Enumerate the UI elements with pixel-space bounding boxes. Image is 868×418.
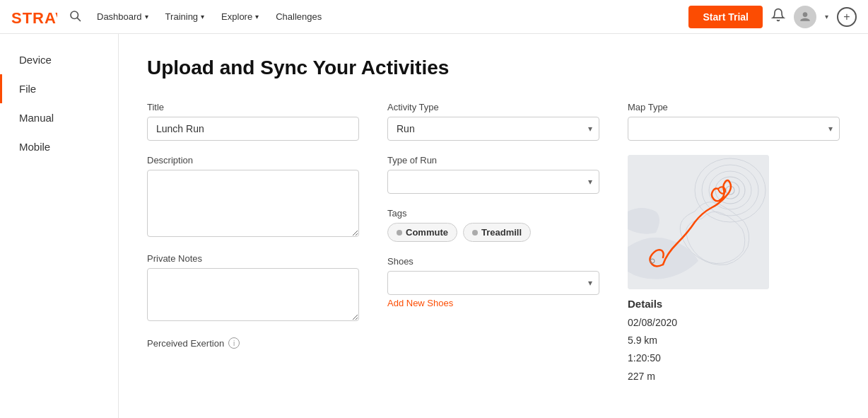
private-notes-textarea[interactable] (147, 268, 359, 321)
tag-treadmill-label: Treadmill (481, 227, 522, 238)
navbar: STRAVA Dashboard ▾ Training ▾ Explore ▾ … (0, 0, 868, 34)
perceived-exertion-row: Perceived Exertion i (147, 337, 359, 349)
perceived-exertion-label: Perceived Exertion (147, 338, 224, 349)
type-of-run-select[interactable]: Race Long Run Workout (387, 170, 599, 194)
activity-type-group: Activity Type Run Ride Swim Walk Hike ▾ (387, 102, 599, 141)
tag-commute-label: Commute (406, 227, 448, 238)
search-icon[interactable] (69, 9, 81, 25)
activity-type-label: Activity Type (387, 102, 599, 112)
title-group: Title (147, 102, 359, 141)
map-type-group: Map Type Standard Satellite ▾ (628, 102, 840, 141)
user-menu-chevron-icon[interactable]: ▾ (825, 13, 828, 21)
type-of-run-select-wrap: Race Long Run Workout ▾ (387, 170, 599, 194)
add-new-shoes-link[interactable]: Add New Shoes (387, 298, 453, 308)
svg-text:STRAVA: STRAVA (11, 9, 57, 26)
description-textarea[interactable] (147, 170, 359, 237)
nav-item-challenges[interactable]: Challenges (269, 7, 329, 26)
private-notes-group: Private Notes (147, 253, 359, 323)
page-title: Upload and Sync Your Activities (147, 57, 840, 79)
details-section: Details 02/08/2020 5.9 km 1:20:50 227 m (628, 298, 840, 385)
nav-item-explore[interactable]: Explore ▾ (214, 7, 266, 26)
details-elevation: 227 m (628, 368, 840, 385)
svg-line-2 (77, 18, 80, 21)
sidebar-item-device[interactable]: Device (0, 45, 118, 74)
chevron-down-icon: ▾ (145, 13, 148, 21)
tag-treadmill-dot (472, 230, 478, 236)
form-col-right: Map Type Standard Satellite ▾ (628, 102, 840, 385)
description-label: Description (147, 155, 359, 166)
sidebar-item-manual[interactable]: Manual (0, 103, 118, 132)
nav-right: Start Trial ▾ + (688, 6, 857, 28)
description-group: Description (147, 155, 359, 239)
activity-map (628, 155, 769, 289)
tag-commute[interactable]: Commute (387, 223, 457, 242)
shoes-select[interactable] (387, 271, 599, 295)
shoes-label: Shoes (387, 256, 599, 267)
type-of-run-group: Type of Run Race Long Run Workout ▾ (387, 155, 599, 194)
map-type-select-wrap: Standard Satellite ▾ (628, 117, 840, 141)
shoes-group: Shoes ▾ Add New Shoes (387, 256, 599, 308)
add-activity-button[interactable]: + (837, 7, 857, 27)
chevron-down-icon: ▾ (255, 13, 259, 21)
sidebar-item-file[interactable]: File (0, 74, 118, 103)
tags-row: Commute Treadmill (387, 223, 599, 242)
details-title: Details (628, 298, 840, 310)
map-type-label: Map Type (628, 102, 840, 112)
tag-commute-dot (397, 230, 402, 236)
tags-group: Tags Commute Treadmill (387, 208, 599, 242)
form-grid: Title Description Private Notes Perceive… (147, 102, 840, 385)
form-col-middle: Activity Type Run Ride Swim Walk Hike ▾ … (387, 102, 599, 385)
main-layout: Device File Manual Mobile Upload and Syn… (0, 34, 868, 418)
title-input[interactable] (147, 117, 359, 141)
activity-type-select[interactable]: Run Ride Swim Walk Hike (387, 117, 599, 141)
shoes-select-wrap: ▾ (387, 271, 599, 295)
chevron-down-icon: ▾ (201, 13, 204, 21)
perceived-exertion-info-icon[interactable]: i (228, 337, 240, 349)
start-trial-button[interactable]: Start Trial (688, 6, 763, 28)
notification-bell-icon[interactable] (771, 8, 785, 25)
nav-item-dashboard[interactable]: Dashboard ▾ (90, 7, 156, 26)
nav-item-training[interactable]: Training ▾ (158, 7, 211, 26)
title-label: Title (147, 102, 359, 112)
user-avatar[interactable] (794, 6, 816, 28)
nav-items: Dashboard ▾ Training ▾ Explore ▾ Challen… (90, 7, 688, 26)
activity-type-select-wrap: Run Ride Swim Walk Hike ▾ (387, 117, 599, 141)
details-distance: 5.9 km (628, 332, 840, 349)
tag-treadmill[interactable]: Treadmill (463, 223, 531, 242)
main-content: Upload and Sync Your Activities Title De… (119, 34, 868, 418)
details-duration: 1:20:50 (628, 349, 840, 367)
form-col-left: Title Description Private Notes Perceive… (147, 102, 359, 385)
private-notes-label: Private Notes (147, 253, 359, 264)
tags-label: Tags (387, 208, 599, 219)
type-of-run-label: Type of Run (387, 155, 599, 166)
sidebar: Device File Manual Mobile (0, 34, 119, 418)
map-type-select[interactable]: Standard Satellite (628, 117, 840, 141)
details-date: 02/08/2020 (628, 314, 840, 332)
sidebar-item-mobile[interactable]: Mobile (0, 132, 118, 161)
strava-logo[interactable]: STRAVA (11, 8, 57, 26)
